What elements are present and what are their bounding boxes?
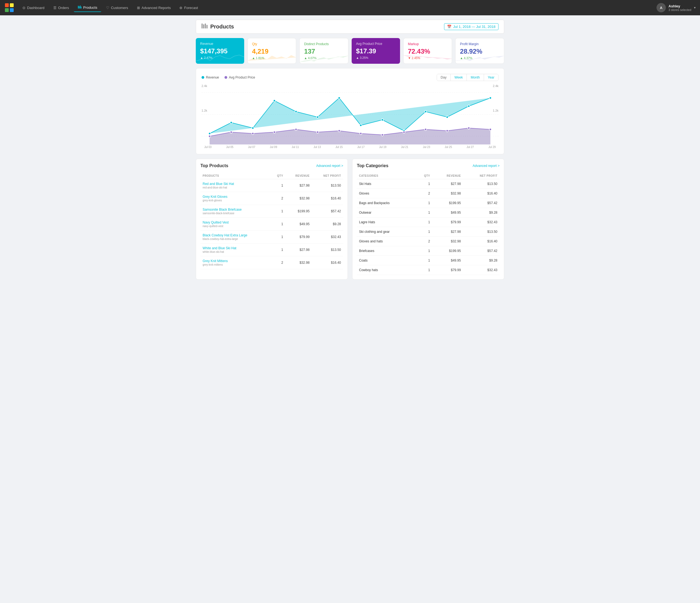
product-name[interactable]: Black Cowboy Hat Extra Large	[203, 233, 268, 237]
product-profit: $16.40	[312, 192, 343, 205]
user-dropdown-icon[interactable]: ▾	[694, 6, 696, 9]
markup-mini-chart	[404, 52, 452, 64]
svg-point-44	[489, 128, 491, 130]
x-label: Jul 23	[423, 146, 430, 149]
svg-point-36	[317, 131, 319, 133]
forecast-icon: ⊚	[179, 6, 182, 10]
date-range-picker[interactable]: 📅 Jul 1, 2018 — Jul 31, 2018	[444, 23, 498, 30]
product-name[interactable]: Navy Quilted Vest	[203, 220, 268, 224]
y-label-top-left: 2.4k	[202, 84, 207, 88]
legend-revenue: Revenue	[202, 75, 219, 79]
category-qty: 1	[415, 179, 432, 189]
category-name: Lagre Hats	[357, 218, 415, 227]
svg-point-22	[338, 97, 341, 99]
chart-tab-day[interactable]: Day	[437, 74, 451, 81]
top-products-adv-report[interactable]: Advanced report >	[316, 164, 343, 168]
product-revenue: $27.98	[285, 179, 312, 192]
product-profit: $13.50	[312, 179, 343, 192]
product-qty: 1	[270, 179, 285, 192]
top-categories-adv-report[interactable]: Advanced report >	[473, 164, 500, 168]
category-name: Ski Hats	[357, 179, 415, 189]
table-row: Gloves and hats 2 $32.98 $16.40	[357, 237, 500, 246]
top-categories-title: Top Categories	[357, 163, 388, 168]
legend-avg-price: Avg Product Price	[224, 75, 255, 79]
nav-item-forecast[interactable]: ⊚ Forecast	[176, 4, 202, 11]
svg-point-41	[424, 128, 427, 130]
category-profit: $13.50	[463, 227, 500, 237]
products-icon	[78, 5, 81, 10]
top-products-panel: Top Products Advanced report > PRODUCTS …	[196, 159, 348, 280]
product-revenue: $79.99	[285, 231, 312, 243]
profit-label: Profit Margin	[460, 42, 500, 46]
product-name[interactable]: Samsonite Black Briefcase	[203, 208, 268, 212]
svg-rect-6	[80, 5, 81, 8]
page-header: Products 📅 Jul 1, 2018 — Jul 31, 2018	[196, 20, 504, 34]
svg-point-16	[209, 132, 211, 135]
top-categories-table: CATEGORIES QTY REVENUE NET PROFIT Ski Ha…	[357, 173, 500, 275]
category-qty: 1	[415, 198, 432, 208]
y-label-mid-left: 1.2k	[202, 109, 207, 112]
chart-area: 2.4k 1.2k 2.4k 1.2k	[202, 84, 498, 149]
col-qty-cat: QTY	[415, 173, 432, 179]
svg-point-33	[252, 132, 254, 135]
nav-item-dashboard[interactable]: ⊙ Dashboard	[19, 4, 48, 11]
product-profit: $9.28	[312, 218, 343, 231]
chart-tab-month[interactable]: Month	[467, 74, 484, 81]
product-profit: $57.42	[312, 205, 343, 218]
svg-rect-5	[79, 6, 80, 8]
svg-point-29	[489, 97, 491, 99]
nav-item-advanced-reports[interactable]: ⊞ Advanced Reports	[133, 4, 175, 11]
category-name: Gloves	[357, 189, 415, 198]
product-slug: navy-quilted-vest	[203, 225, 268, 227]
user-stores: 3 stores selected	[669, 8, 691, 11]
advanced-reports-icon: ⊞	[137, 6, 140, 10]
category-revenue: $199.95	[432, 246, 463, 256]
svg-point-31	[209, 135, 211, 137]
product-name[interactable]: Grey Knit Mittens	[203, 259, 268, 263]
chart-tab-year[interactable]: Year	[484, 74, 498, 81]
category-profit: $32.43	[463, 218, 500, 227]
chart-tabs: Day Week Month Year	[437, 74, 498, 81]
category-name: Bags and Backpacks	[357, 198, 415, 208]
nav-item-products[interactable]: Products	[74, 4, 101, 12]
table-row: Bags and Backpacks 1 $199.95 $57.42	[357, 198, 500, 208]
table-row: Navy Quilted Vest navy-quilted-vest 1 $4…	[200, 218, 343, 231]
chart-tab-week[interactable]: Week	[451, 74, 467, 81]
nav-item-orders[interactable]: ☰ Orders	[49, 4, 73, 11]
col-qty: QTY	[270, 173, 285, 179]
qty-mini-chart	[248, 52, 296, 64]
product-name[interactable]: Red and Blue Ski Hat	[203, 182, 268, 186]
svg-rect-1	[10, 3, 14, 7]
svg-point-39	[381, 134, 384, 136]
table-row: Black Cowboy Hat Extra Large black-cowbo…	[200, 231, 343, 243]
product-name[interactable]: Grey Knit Gloves	[203, 195, 268, 199]
stat-card-distinct: Distinct Products 137 ▲ 4.07%	[299, 38, 348, 64]
date-range-text: Jul 1, 2018 — Jul 31, 2018	[453, 25, 496, 29]
col-profit: NET PROFIT	[312, 173, 343, 179]
nav-item-customers[interactable]: ♡ Customers	[102, 4, 132, 11]
product-qty: 1	[270, 218, 285, 231]
product-name[interactable]: White and Blue Ski Hat	[203, 246, 268, 250]
svg-point-20	[295, 111, 297, 113]
user-avatar: A	[656, 3, 666, 12]
product-slug: red-and-blue-ski-hat	[203, 186, 268, 189]
category-qty: 1	[415, 227, 432, 237]
chart-legend: Revenue Avg Product Price	[202, 75, 255, 79]
customers-icon: ♡	[106, 6, 109, 10]
logo[interactable]	[4, 3, 14, 13]
category-profit: $9.28	[463, 256, 500, 265]
product-qty: 2	[270, 256, 285, 269]
x-labels: Jul 03 Jul 05 Jul 07 Jul 09 Jul 11 Jul 1…	[202, 144, 498, 149]
stat-card-revenue: Revenue $147,395 ▲ 2.47%	[196, 38, 244, 64]
table-row: Gloves 2 $32.98 $16.40	[357, 189, 500, 198]
avg-change-arrow: ▲	[356, 56, 359, 59]
product-profit: $32.43	[312, 231, 343, 243]
category-name: Coats	[357, 256, 415, 265]
dashboard-icon: ⊙	[22, 6, 25, 10]
svg-point-26	[424, 111, 427, 113]
category-profit: $57.42	[463, 246, 500, 256]
svg-rect-9	[203, 24, 204, 28]
svg-rect-2	[5, 8, 9, 12]
product-profit: $13.50	[312, 243, 343, 256]
x-label: Jul 25	[445, 146, 452, 149]
